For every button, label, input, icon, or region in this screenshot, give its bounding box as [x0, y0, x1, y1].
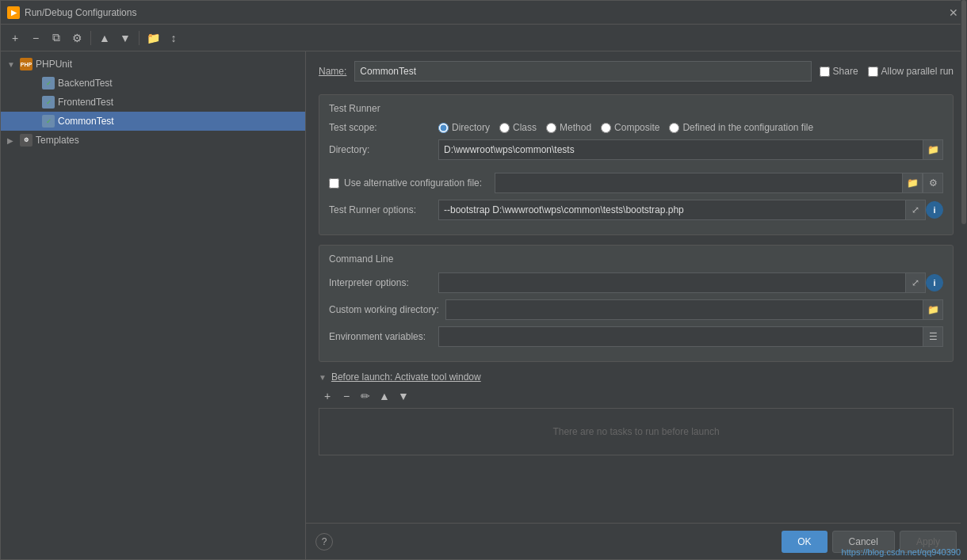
runner-options-wrap: ⤢ i: [438, 200, 943, 220]
add-config-button[interactable]: +: [6, 29, 25, 48]
parallel-option: Allow parallel run: [868, 66, 954, 77]
frontend-label: FrontendTest: [58, 97, 113, 108]
directory-browse-button[interactable]: 📁: [923, 139, 943, 160]
scope-class-label[interactable]: Class: [513, 122, 537, 133]
before-launch-toggle[interactable]: ▼: [319, 373, 327, 382]
scope-class: Class: [499, 122, 537, 133]
titlebar-left: ▶ Run/Debug Configurations: [7, 6, 136, 19]
scope-method-radio[interactable]: [546, 123, 556, 133]
before-launch-empty: There are no tasks to run before launch: [319, 408, 954, 455]
env-vars-edit-button[interactable]: ☰: [923, 326, 943, 347]
folder-button[interactable]: 📁: [143, 29, 162, 48]
templates-arrow: ▶: [7, 136, 17, 145]
working-dir-label: Custom working directory:: [329, 304, 439, 315]
close-button[interactable]: ✕: [947, 6, 960, 19]
before-launch-header: ▼ Before launch: Activate tool window: [319, 371, 954, 383]
directory-input-wrap: 📁: [438, 139, 943, 160]
name-input[interactable]: [354, 61, 811, 82]
tree-backend-test[interactable]: ✓ BackendTest: [1, 74, 305, 93]
copy-config-button[interactable]: ⧉: [47, 29, 66, 48]
runner-options-expand-button[interactable]: ⤢: [905, 200, 926, 220]
scope-directory-radio[interactable]: [438, 123, 449, 133]
scope-class-radio[interactable]: [499, 123, 510, 133]
env-vars-wrap: ☰: [438, 326, 943, 347]
before-launch-down-button[interactable]: ▼: [395, 387, 412, 405]
move-up-button[interactable]: ▲: [95, 29, 114, 48]
command-line-title: Command Line: [329, 253, 943, 265]
templates-icon: ⚙: [20, 134, 32, 147]
options-row: Share Allow parallel run: [820, 66, 954, 77]
runner-options-input[interactable]: [438, 200, 905, 220]
ok-button[interactable]: OK: [782, 531, 827, 553]
interpreter-options-input[interactable]: [438, 272, 905, 293]
settings-button[interactable]: ⚙: [67, 29, 86, 48]
interpreter-info-button[interactable]: i: [926, 274, 943, 291]
env-vars-input[interactable]: [438, 326, 923, 347]
runner-options-label: Test Runner options:: [329, 204, 432, 215]
share-checkbox[interactable]: [820, 67, 830, 77]
directory-row: Directory: 📁: [329, 139, 943, 160]
help-button[interactable]: ?: [315, 533, 333, 550]
runner-options-row: Test Runner options: ⤢ i: [329, 200, 943, 220]
frontend-php-icon: ✓: [42, 96, 55, 109]
scope-radio-group: Directory Class Method: [438, 122, 813, 133]
directory-label: Directory:: [329, 144, 432, 155]
scope-directory-label[interactable]: Directory: [452, 122, 490, 133]
backend-php-icon: ✓: [42, 77, 55, 90]
runner-options-info-button[interactable]: i: [926, 201, 943, 219]
alt-config-label[interactable]: Use alternative configuration file:: [344, 177, 482, 189]
scope-defined-label[interactable]: Defined in the configuration file: [682, 122, 813, 133]
tree-templates[interactable]: ▶ ⚙ Templates: [1, 131, 305, 150]
interpreter-options-label: Interpreter options:: [329, 277, 432, 288]
tree-common-test[interactable]: ✓ CommonTest: [1, 112, 305, 131]
alt-config-settings-button[interactable]: ⚙: [923, 173, 943, 193]
scope-composite-radio[interactable]: [601, 123, 611, 133]
scope-defined-radio[interactable]: [669, 123, 679, 133]
backend-label: BackendTest: [58, 78, 113, 89]
interpreter-options-wrap: ⤢ i: [438, 272, 943, 293]
remove-config-button[interactable]: −: [26, 29, 45, 48]
phpunit-label: PHPUnit: [36, 59, 72, 70]
vertical-scrollbar[interactable]: [961, 51, 966, 559]
spacer-1: [329, 166, 943, 173]
move-down-button[interactable]: ▼: [116, 29, 135, 48]
scope-method-label[interactable]: Method: [560, 122, 591, 133]
env-vars-row: Environment variables: ☰: [329, 326, 943, 347]
titlebar: ▶ Run/Debug Configurations ✕: [1, 1, 966, 25]
window-title: Run/Debug Configurations: [25, 7, 136, 18]
before-launch-remove-button[interactable]: −: [338, 387, 355, 405]
parallel-label[interactable]: Allow parallel run: [881, 66, 954, 77]
config-tree: ▼ PHP PHPUnit ✓ BackendTest ✓: [1, 51, 305, 559]
common-php-icon: ✓: [42, 115, 55, 128]
separator-2: [139, 31, 140, 45]
test-runner-section: Test Runner Test scope: Directory Class: [319, 94, 954, 235]
phpunit-icon: PHP: [20, 58, 32, 70]
alt-config-browse-button[interactable]: 📁: [902, 173, 923, 193]
common-label: CommonTest: [58, 116, 114, 127]
app-icon: ▶: [7, 6, 20, 19]
before-launch-edit-button[interactable]: ✏: [357, 387, 374, 405]
working-dir-input[interactable]: [445, 299, 923, 320]
test-scope-label: Test scope:: [329, 122, 432, 133]
before-launch-up-button[interactable]: ▲: [376, 387, 393, 405]
tree-phpunit-group[interactable]: ▼ PHP PHPUnit: [1, 55, 305, 74]
bottom-left: ?: [315, 533, 333, 550]
before-launch-add-button[interactable]: +: [319, 387, 336, 405]
sort-button[interactable]: ↕: [164, 29, 183, 48]
parallel-checkbox[interactable]: [868, 67, 878, 77]
templates-label: Templates: [36, 135, 79, 146]
test-scope-row: Test scope: Directory Class: [329, 122, 943, 133]
directory-input[interactable]: [438, 139, 923, 160]
toolbar: + − ⧉ ⚙ ▲ ▼ 📁 ↕: [1, 25, 966, 51]
working-dir-browse-button[interactable]: 📁: [923, 299, 943, 320]
tree-frontend-test[interactable]: ✓ FrontendTest: [1, 93, 305, 112]
scope-directory: Directory: [438, 122, 490, 133]
interpreter-expand-button[interactable]: ⤢: [905, 272, 926, 293]
name-label: Name:: [319, 66, 346, 77]
before-launch-section: ▼ Before launch: Activate tool window + …: [319, 371, 954, 455]
share-label[interactable]: Share: [833, 66, 858, 77]
scope-composite-label[interactable]: Composite: [614, 122, 659, 133]
alt-config-input[interactable]: [495, 173, 902, 193]
phpunit-arrow: ▼: [7, 60, 17, 69]
alt-config-checkbox[interactable]: [329, 178, 339, 189]
